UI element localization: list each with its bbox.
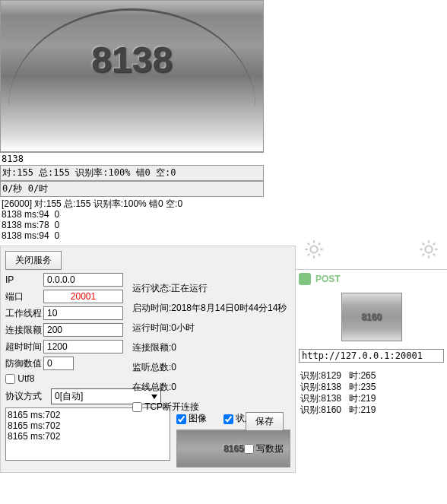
connlimit-input[interactable]	[43, 323, 123, 337]
log-block: [26000] 对:155 总:155 识别率:100% 错0 空:0 8138…	[0, 197, 264, 242]
connlimit-label: 连接限额	[5, 324, 43, 337]
gear-icon	[418, 239, 439, 260]
start-time-label: 启动时间:	[132, 303, 171, 313]
stats-line-1: 对:155 总:155 识别率:100% 错0 空:0	[0, 165, 264, 181]
result-table: 识别:8129 时:265 识别:8138 时:235 识别:8138 时:21…	[299, 369, 444, 417]
right-panel: POST 8160 http://127.0.0.1:20001 识别:8129…	[296, 239, 447, 420]
post-thumb: 8160	[341, 293, 402, 341]
port-input[interactable]	[43, 290, 123, 303]
uptime-label: 运行时间:	[132, 322, 171, 333]
table-row: 识别:8129 时:265	[300, 370, 442, 382]
gear-row	[296, 239, 447, 269]
defense-label: 防御数值	[5, 357, 43, 370]
connlimit2-label: 连接限额:	[132, 342, 171, 353]
table-row: 识别:8138 时:235	[300, 382, 442, 393]
ip-input[interactable]	[43, 273, 123, 287]
close-service-button[interactable]: 关闭服务	[5, 251, 62, 270]
camera-image: 8138	[0, 0, 264, 152]
post-panel: POST 8160 http://127.0.0.1:20001 识别:8129…	[296, 269, 447, 420]
gear-icon	[303, 239, 325, 260]
utf8-checkbox[interactable]	[5, 374, 15, 384]
log-line: 8138 ms:94 0	[2, 230, 262, 241]
save-button[interactable]: 保存	[246, 412, 284, 431]
ip-label: IP	[5, 274, 43, 285]
proto-label: 协议方式	[5, 390, 51, 403]
url-input[interactable]: http://127.0.0.1:20001	[299, 349, 444, 363]
log-line: 8138 ms:94 0	[2, 209, 262, 220]
tcp-disconnect-checkbox[interactable]	[132, 402, 142, 412]
timeout-input[interactable]	[43, 340, 123, 353]
app-icon	[299, 273, 311, 285]
listen-value: 0	[171, 362, 176, 372]
port-label: 端口	[5, 290, 43, 303]
listen-label: 监听总数:	[132, 362, 171, 372]
log-line: 8138 ms:78 0	[2, 220, 262, 230]
post-title: POST	[315, 274, 341, 284]
uptime-value: 0小时	[171, 322, 195, 333]
stats-line-2: 0/秒 0/时	[0, 181, 264, 197]
online-value: 0	[171, 382, 176, 392]
post-header: POST	[299, 273, 444, 285]
embossed-number: 8138	[91, 39, 173, 81]
status-running-label: 运行状态:	[132, 283, 171, 293]
start-time-value: 2018年8月14日0时44分14秒	[171, 303, 287, 313]
log-line: 8165 ms:702	[8, 431, 168, 442]
tcp-disconnect-label[interactable]: TCP断开连接	[132, 401, 199, 412]
online-label: 在线总数:	[132, 382, 171, 392]
log-line: [26000] 对:155 总:155 识别率:100% 错0 空:0	[2, 198, 262, 209]
server-panel: 关闭服务 IP 端口 工作线程 连接限额 超时时间 防御数值 Utf8 运行状态…	[0, 246, 296, 473]
threads-input[interactable]	[43, 306, 123, 320]
status-running-value: 正在运行	[171, 283, 208, 293]
utf8-checkbox-label[interactable]: Utf8	[5, 373, 34, 384]
timeout-label: 超时时间	[5, 341, 43, 353]
defense-input[interactable]	[43, 357, 74, 370]
table-row: 识别:8160 时:219	[300, 404, 442, 416]
svg-point-1	[425, 246, 432, 252]
table-row: 识别:8138 时:219	[300, 393, 442, 404]
connlimit2-value: 0	[171, 342, 176, 353]
write-data-checkbox[interactable]	[244, 444, 254, 454]
write-data-label[interactable]: 写数据	[244, 443, 284, 454]
log-line: 8165 ms:702	[8, 420, 168, 431]
proto-value: 0[自动]	[55, 390, 83, 403]
status-column: 运行状态:正在运行 启动时间:2018年8月14日0时44分14秒 运行时间:0…	[132, 275, 287, 420]
threads-label: 工作线程	[5, 307, 43, 320]
svg-point-0	[310, 246, 317, 252]
ocr-result: 8138	[0, 152, 264, 165]
